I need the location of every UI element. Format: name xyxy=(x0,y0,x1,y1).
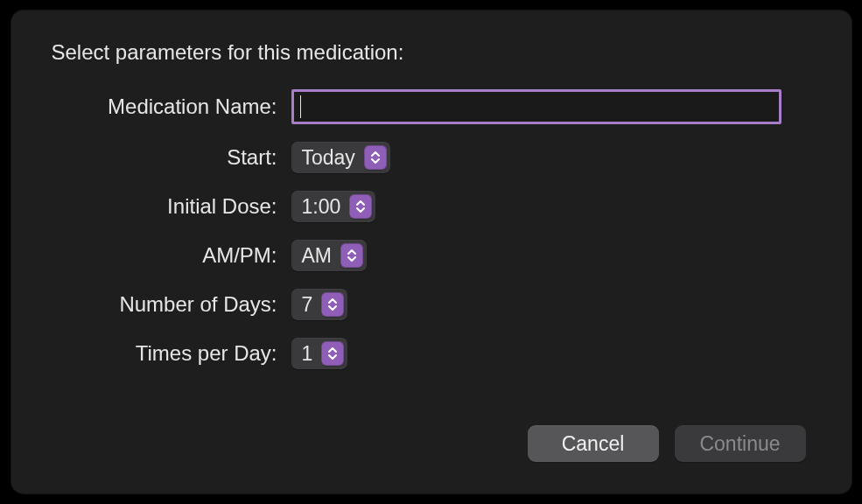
initial-dose-label: Initial Dose: xyxy=(46,194,291,219)
initial-dose-popup[interactable]: 1:00 xyxy=(291,191,376,222)
initial-dose-value: 1:00 xyxy=(302,195,341,219)
ampm-popup[interactable]: AM xyxy=(291,240,368,271)
start-popup[interactable]: Today xyxy=(291,142,390,173)
medication-form: Medication Name: Start: Today Initial Do… xyxy=(46,89,816,369)
number-of-days-label: Number of Days: xyxy=(46,292,291,317)
start-label: Start: xyxy=(46,145,291,170)
medication-name-input[interactable] xyxy=(291,89,781,124)
number-of-days-value: 7 xyxy=(302,293,313,317)
dialog-heading: Select parameters for this medication: xyxy=(52,40,816,65)
cancel-button[interactable]: Cancel xyxy=(528,425,659,462)
updown-icon xyxy=(340,243,363,268)
times-per-day-label: Times per Day: xyxy=(46,341,291,366)
updown-icon xyxy=(321,292,344,317)
number-of-days-popup[interactable]: 7 xyxy=(291,289,348,320)
updown-icon xyxy=(349,194,372,219)
medication-name-label: Medication Name: xyxy=(46,94,291,119)
dialog-footer: Cancel Continue xyxy=(46,425,816,467)
start-value: Today xyxy=(302,146,355,170)
medication-name-field-wrap xyxy=(291,89,781,124)
updown-icon xyxy=(321,341,344,366)
ampm-label: AM/PM: xyxy=(46,243,291,268)
times-per-day-value: 1 xyxy=(302,342,313,366)
updown-icon xyxy=(364,145,387,170)
ampm-value: AM xyxy=(302,244,333,268)
continue-button[interactable]: Continue xyxy=(675,425,806,462)
medication-dialog: Select parameters for this medication: M… xyxy=(11,10,851,494)
times-per-day-popup[interactable]: 1 xyxy=(291,338,348,369)
